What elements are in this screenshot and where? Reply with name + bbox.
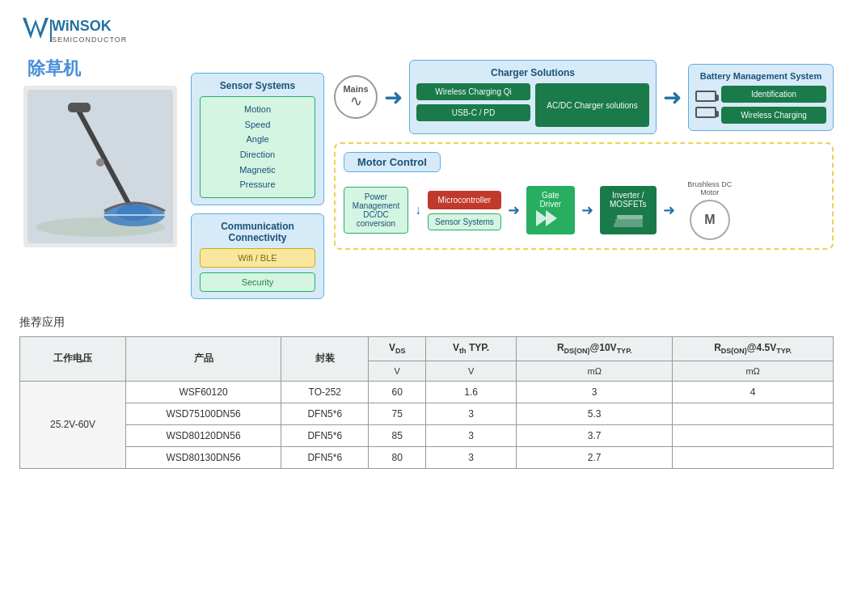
col-product-header: 产品 bbox=[125, 337, 281, 381]
comm-box: Communication Connectivity Wifi / BLE Se… bbox=[191, 213, 324, 299]
bms-title: Battery Management System bbox=[695, 71, 826, 81]
vth-cell: 3 bbox=[426, 403, 517, 424]
col-rds10-header: RDS(ON)@10VTYP. bbox=[517, 337, 673, 361]
package-cell: DFN5*6 bbox=[281, 446, 369, 468]
mosfet-box: Inverter / MOSFETs bbox=[600, 186, 657, 234]
mosfet-icon bbox=[612, 212, 644, 228]
vds-cell: 80 bbox=[369, 446, 426, 468]
product-title: 除草机 bbox=[19, 57, 81, 81]
motor-control-box: Motor Control Power Management DC/DC con… bbox=[334, 142, 834, 250]
charger-right: AC/DC Charger solutions bbox=[535, 83, 649, 127]
mosfet-label: Inverter / MOSFETs bbox=[606, 191, 650, 209]
motor-inner: Power Management DC/DC conversion ↓ Micr… bbox=[344, 180, 824, 240]
svg-marker-12 bbox=[536, 210, 547, 226]
wifi-ble-item: Wifi / BLE bbox=[200, 248, 315, 268]
comm-items: Wifi / BLE Security bbox=[200, 248, 315, 292]
table-title: 推荐应用 bbox=[19, 315, 834, 330]
right-panel: Mains ∿ ➜ Charger Solutions Wireless Cha… bbox=[334, 57, 834, 250]
rds10-cell: 3.7 bbox=[517, 424, 673, 446]
table-row: WSD80120DN56 DFN5*6 85 3 3.7 bbox=[20, 424, 834, 446]
gate-to-mosfet-arrow: ➜ bbox=[581, 201, 593, 219]
rds45-cell bbox=[673, 446, 834, 468]
col-rds45-header: RDS(ON)@4.5VTYP. bbox=[673, 337, 834, 361]
mains-wave-icon: ∿ bbox=[350, 92, 362, 110]
charger-title: Charger Solutions bbox=[416, 67, 649, 78]
product-cell: WSD80120DN56 bbox=[125, 424, 281, 446]
rds10-cell: 5.3 bbox=[517, 403, 673, 424]
diagram-section: 除草机 bbox=[19, 57, 834, 299]
pm-to-mc-arrow: ↓ bbox=[415, 203, 421, 217]
sensor-systems-motor-block: Sensor Systems bbox=[428, 213, 501, 230]
gate-driver-col: Gate Driver bbox=[526, 186, 575, 234]
table-row: WSD75100DN56 DFN5*6 75 3 5.3 bbox=[20, 403, 834, 424]
svg-text:WiNSOK: WiNSOK bbox=[52, 18, 112, 34]
svg-rect-3 bbox=[50, 19, 52, 42]
rds45-unit: mΩ bbox=[673, 361, 834, 381]
col-voltage-header: 工作电压 bbox=[20, 337, 126, 381]
package-cell: DFN5*6 bbox=[281, 424, 369, 446]
rds10-unit: mΩ bbox=[517, 361, 673, 381]
package-cell: TO-252 bbox=[281, 381, 369, 403]
identification-item: Identification bbox=[721, 86, 826, 103]
security-item: Security bbox=[200, 272, 315, 292]
svg-rect-14 bbox=[614, 223, 643, 227]
wireless-charging-item: Wireless Charging Qi bbox=[416, 83, 530, 100]
sensor-systems-box: Sensor Systems Motion Speed Angle Direct… bbox=[191, 73, 324, 205]
col-package-header: 封装 bbox=[281, 337, 369, 381]
product-cell: WSD80130DN56 bbox=[125, 446, 281, 468]
power-management-box: Power Management DC/DC conversion bbox=[344, 187, 408, 234]
acdc-item: AC/DC Charger solutions bbox=[535, 83, 649, 127]
rds45-cell bbox=[673, 403, 834, 424]
battery-icon bbox=[695, 91, 716, 102]
middle-panel: Sensor Systems Motion Speed Angle Direct… bbox=[191, 57, 324, 299]
top-row: Mains ∿ ➜ Charger Solutions Wireless Cha… bbox=[334, 60, 834, 134]
table-row: 25.2V-60V WSF60120 TO-252 60 1.6 3 4 bbox=[20, 381, 834, 403]
gate-driver-icon bbox=[534, 209, 567, 228]
brushless-label: Brushless DC Motor bbox=[682, 180, 738, 196]
product-cell: WSD75100DN56 bbox=[125, 403, 281, 424]
package-cell: DFN5*6 bbox=[281, 403, 369, 424]
mosfet-col: Inverter / MOSFETs bbox=[600, 186, 657, 234]
sensor-systems-items: Motion Speed Angle Direction Magnetic Pr… bbox=[200, 96, 315, 198]
charger-solutions-box: Charger Solutions Wireless Charging Qi U… bbox=[409, 60, 657, 134]
svg-rect-7 bbox=[68, 103, 91, 112]
rds45-cell bbox=[673, 424, 834, 446]
bms-inner: Identification Wireless Charging bbox=[695, 86, 826, 124]
product-image bbox=[23, 86, 177, 247]
col-vds-header: VDS bbox=[369, 337, 426, 361]
col-vth-header: Vth TYP. bbox=[426, 337, 517, 361]
charger-left: Wireless Charging Qi USB-C / PD bbox=[416, 83, 530, 127]
left-panel: 除草机 bbox=[19, 57, 181, 247]
charger-inner: Wireless Charging Qi USB-C / PD AC/DC Ch… bbox=[416, 83, 649, 127]
mosfet-to-motor-arrow: ➜ bbox=[663, 201, 675, 219]
vds-cell: 85 bbox=[369, 424, 426, 446]
sensor-systems-title: Sensor Systems bbox=[200, 80, 315, 91]
table-row: WSD80130DN56 DFN5*6 80 3 2.7 bbox=[20, 446, 834, 468]
vth-cell: 3 bbox=[426, 446, 517, 468]
vth-unit: V bbox=[426, 361, 517, 381]
gate-driver-box: Gate Driver bbox=[526, 186, 575, 234]
svg-marker-0 bbox=[23, 18, 49, 39]
microcontroller-block: Microcontroller bbox=[428, 191, 501, 209]
rds10-cell: 2.7 bbox=[517, 446, 673, 468]
vth-cell: 1.6 bbox=[426, 381, 517, 403]
svg-rect-15 bbox=[615, 219, 643, 223]
svg-marker-13 bbox=[546, 210, 557, 226]
bms-right: Identification Wireless Charging bbox=[721, 86, 826, 124]
svg-point-11 bbox=[96, 158, 104, 167]
voltage-range-cell: 25.2V-60V bbox=[20, 381, 126, 468]
logo-area: WiNSOK SEMICONDUCTOR bbox=[19, 13, 165, 49]
vds-cell: 75 bbox=[369, 403, 426, 424]
trimmer-illustration bbox=[27, 90, 173, 243]
mains-to-charger-arrow: ➜ bbox=[384, 84, 403, 111]
product-cell: WSF60120 bbox=[125, 381, 281, 403]
table-section: 推荐应用 工作电压 产品 封装 VDS Vth TYP. RDS(ON)@10V… bbox=[19, 315, 834, 468]
rds45-cell: 4 bbox=[673, 381, 834, 403]
mc-to-gate-arrow: ➜ bbox=[508, 201, 520, 219]
bms-box: Battery Management System Identification… bbox=[688, 64, 834, 131]
vth-cell: 3 bbox=[426, 424, 517, 446]
svg-rect-16 bbox=[617, 215, 643, 219]
vds-cell: 60 bbox=[369, 381, 426, 403]
battery-icon-2 bbox=[695, 107, 716, 118]
usb-c-item: USB-C / PD bbox=[416, 104, 530, 121]
